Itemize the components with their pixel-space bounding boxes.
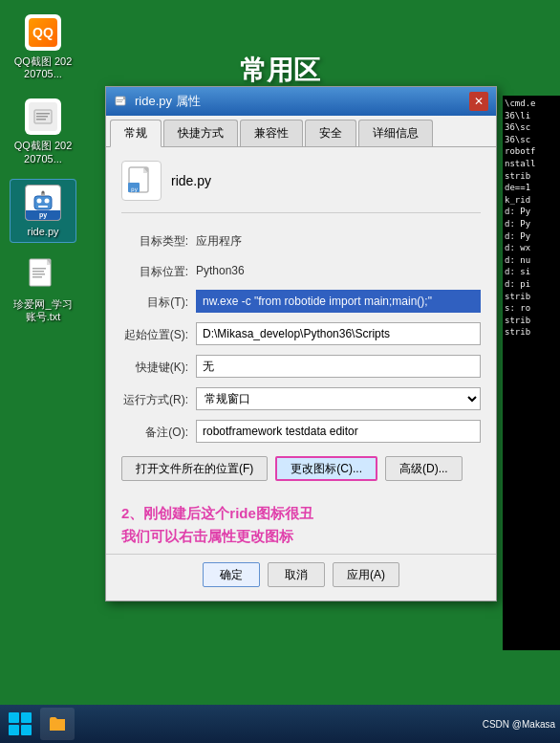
start-in-input[interactable] xyxy=(196,322,481,345)
taskbar-start-icon[interactable] xyxy=(5,709,35,739)
comment-label: 备注(O): xyxy=(121,420,188,441)
svg-rect-16 xyxy=(32,276,42,278)
ok-button[interactable]: 确定 xyxy=(203,562,260,587)
cmd-line: d: Py xyxy=(505,230,558,243)
tab-security[interactable]: 安全 xyxy=(305,120,356,146)
dialog-close-button[interactable]: ✕ xyxy=(469,92,488,111)
taskbar: CSDN @Makasa xyxy=(0,705,560,743)
svg-rect-14 xyxy=(32,271,44,273)
taskbar-right-area: CSDN @Makasa xyxy=(483,719,555,730)
svg-rect-1 xyxy=(36,113,50,115)
comment-input[interactable] xyxy=(196,420,481,443)
svg-rect-20 xyxy=(117,101,122,102)
svg-rect-27 xyxy=(21,712,32,723)
cmd-line: 36\sc xyxy=(505,134,558,146)
tab-shortcut[interactable]: 快捷方式 xyxy=(163,120,238,146)
open-file-location-button[interactable]: 打开文件所在的位置(F) xyxy=(121,456,268,481)
folder-icon xyxy=(48,715,67,732)
ride-label: ride.py xyxy=(27,226,58,238)
target-type-label: 目标类型: xyxy=(121,229,188,250)
tab-details[interactable]: 详细信息 xyxy=(358,120,433,146)
document-icon xyxy=(33,109,53,124)
cancel-button[interactable]: 取消 xyxy=(268,562,325,587)
cmd-line: d: pi xyxy=(505,278,558,291)
tab-general[interactable]: 常规 xyxy=(110,120,162,147)
desktop-icon-ride[interactable]: py ride.py xyxy=(10,179,76,243)
run-mode-label: 运行方式(R): xyxy=(121,387,188,408)
desktop-icons-container: QQ QQ截图 20220705... xyxy=(10,10,76,327)
shortcut-row: 快捷键(K): xyxy=(121,355,481,378)
start-in-row: 起始位置(S): xyxy=(121,322,481,345)
target-location-value: Python36 xyxy=(196,259,245,277)
cmd-line: \cmd.e xyxy=(505,98,558,110)
comment-row: 备注(O): xyxy=(121,420,481,443)
ride-py-icon: py xyxy=(24,184,62,222)
file-header: py ride.py xyxy=(121,161,481,213)
svg-text:py: py xyxy=(131,186,139,193)
cmd-line: nstall xyxy=(505,158,558,170)
svg-point-9 xyxy=(42,190,45,193)
apply-button[interactable]: 应用(A) xyxy=(333,562,399,587)
qq2-label: QQ截图 20220705... xyxy=(13,140,73,164)
cmd-line: d: wx xyxy=(505,242,558,254)
cmd-line: d: si xyxy=(505,266,558,278)
cmd-window: \cmd.e 36\li 36\sc 36\sc robotf nstall s… xyxy=(503,96,560,650)
cmd-line: d: Py xyxy=(505,206,558,218)
svg-rect-19 xyxy=(117,99,123,100)
dialog-footer-buttons: 确定 取消 应用(A) xyxy=(106,554,496,601)
cmd-line: 36\sc xyxy=(505,121,558,134)
svg-rect-15 xyxy=(32,273,45,275)
annotation-line2: 我们可以右击属性更改图标 xyxy=(121,525,481,548)
svg-rect-13 xyxy=(32,268,46,270)
cmd-line: strib xyxy=(505,326,558,339)
run-mode-row: 运行方式(R): 常规窗口 xyxy=(121,387,481,410)
dialog-title-text: ride.py 属性 xyxy=(135,93,463,110)
dialog-titlebar: ride.py 属性 ✕ xyxy=(106,87,496,116)
file-icon-large: py xyxy=(121,161,162,201)
txt-label: 珍爱网_学习 账号.txt xyxy=(13,298,73,323)
cmd-line: 36\li xyxy=(505,110,558,122)
target-row: 目标(T): xyxy=(121,290,481,313)
change-icon-button[interactable]: 更改图标(C)... xyxy=(275,456,377,481)
desktop-icon-txt[interactable]: 珍爱网_学习 账号.txt xyxy=(10,252,76,327)
shortcut-input[interactable] xyxy=(196,355,481,378)
action-buttons: 打开文件所在的位置(F) 更改图标(C)... 高级(D)... xyxy=(121,456,481,481)
cmd-line: strib xyxy=(505,170,558,183)
svg-point-6 xyxy=(45,198,50,203)
svg-marker-18 xyxy=(123,97,125,99)
cmd-line: s: ro xyxy=(505,302,558,315)
qq1-icon: QQ xyxy=(24,13,62,52)
target-input[interactable] xyxy=(196,290,481,313)
annotation-text: 2、刚创建后这个ride图标很丑 我们可以右击属性更改图标 xyxy=(106,494,496,554)
shortcut-label: 快捷键(K): xyxy=(121,355,188,376)
dialog-content: py ride.py 目标类型: 应用程序 目标位置: Python36 目标(… xyxy=(106,147,496,494)
target-location-row: 目标位置: Python36 xyxy=(121,259,481,280)
tab-compatibility[interactable]: 兼容性 xyxy=(240,120,303,146)
dialog-title-icon xyxy=(114,94,129,109)
windows-icon xyxy=(7,710,33,737)
annotation-line1: 2、刚创建后这个ride图标很丑 xyxy=(121,502,481,525)
svg-rect-28 xyxy=(9,725,19,735)
cmd-line: de==1 xyxy=(505,182,558,194)
target-label: 目标(T): xyxy=(121,290,188,311)
target-type-value: 应用程序 xyxy=(196,229,242,250)
svg-point-5 xyxy=(37,198,42,203)
cmd-line: robotf xyxy=(505,145,558,158)
file-name-display: ride.py xyxy=(171,173,211,188)
target-type-row: 目标类型: 应用程序 xyxy=(121,229,481,250)
svg-rect-29 xyxy=(21,725,32,735)
qq1-label: QQ截图 20220705... xyxy=(13,55,73,80)
cmd-line: d: nu xyxy=(505,254,558,267)
cmd-line: strib xyxy=(505,315,558,327)
qq2-icon xyxy=(24,98,62,136)
run-mode-select[interactable]: 常规窗口 xyxy=(196,387,481,410)
desktop: 常用区 QQ QQ截图 20220705... xyxy=(0,0,560,743)
advanced-button[interactable]: 高级(D)... xyxy=(385,456,463,481)
desktop-title: 常用区 xyxy=(240,53,320,89)
qq1-inner-icon: QQ xyxy=(29,18,57,47)
desktop-icon-qq2[interactable]: QQ截图 20220705... xyxy=(10,94,76,168)
cmd-line: k_rid xyxy=(505,194,558,207)
taskbar-explorer-item[interactable] xyxy=(40,708,75,740)
txt-icon xyxy=(24,256,62,295)
desktop-icon-qq1[interactable]: QQ QQ截图 20220705... xyxy=(10,10,76,84)
